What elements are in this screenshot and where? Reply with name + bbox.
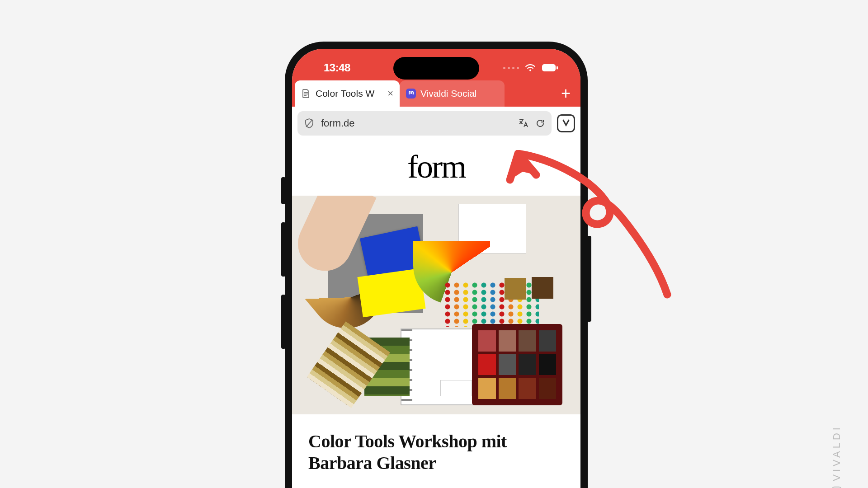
wifi-icon xyxy=(524,63,536,72)
address-url: form.de xyxy=(321,117,512,129)
svg-rect-1 xyxy=(557,66,558,70)
address-bar-row: form.de xyxy=(292,107,580,140)
article-title: Color Tools Workshop mit Barbara Glasner xyxy=(292,414,580,474)
phone-volume-up xyxy=(281,222,286,277)
watermark-text: VIVALDI xyxy=(831,425,843,481)
cellular-dots-icon xyxy=(503,67,519,69)
status-time: 13:48 xyxy=(324,61,350,74)
document-icon xyxy=(301,89,311,99)
webpage-viewport[interactable]: form xyxy=(292,140,580,474)
phone-power-button xyxy=(587,236,591,322)
vivaldi-menu-button[interactable] xyxy=(557,114,575,132)
vivaldi-watermark: VIVALDI xyxy=(831,425,843,488)
translate-icon[interactable] xyxy=(518,118,529,128)
battery-icon xyxy=(542,64,558,72)
plus-icon: + xyxy=(561,84,571,103)
status-indicators xyxy=(503,63,558,72)
tab-label: Color Tools W xyxy=(316,88,381,99)
site-logo: form xyxy=(292,140,580,196)
phone-side-button xyxy=(281,177,286,204)
vivaldi-icon xyxy=(561,118,571,128)
svg-rect-0 xyxy=(542,64,556,71)
mastodon-icon xyxy=(406,89,416,99)
phone-screen: 13:48 xyxy=(292,49,580,488)
article-hero-image xyxy=(292,196,580,414)
svg-line-2 xyxy=(306,120,312,127)
dynamic-island xyxy=(393,57,479,80)
phone-volume-down xyxy=(281,295,286,349)
tracker-shield-icon[interactable] xyxy=(304,118,315,129)
new-tab-button[interactable]: + xyxy=(561,80,571,107)
tab-active[interactable]: Color Tools W × xyxy=(295,80,400,107)
reload-icon[interactable] xyxy=(535,118,545,128)
phone-mockup: 13:48 xyxy=(285,42,588,488)
tab-label: Vivaldi Social xyxy=(420,88,498,99)
close-icon[interactable]: × xyxy=(386,88,393,99)
tab-strip: Color Tools W × Vivaldi Social + xyxy=(292,80,580,107)
tab-inactive[interactable]: Vivaldi Social xyxy=(400,80,505,107)
address-bar[interactable]: form.de xyxy=(297,111,552,136)
